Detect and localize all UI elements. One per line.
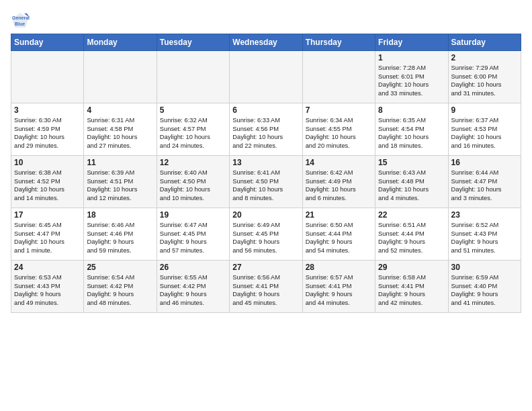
calendar-body: 1Sunrise: 7:28 AM Sunset: 6:01 PM Daylig… [11, 51, 521, 313]
header: General Blue [11, 8, 521, 30]
calendar-cell: 9Sunrise: 6:37 AM Sunset: 4:53 PM Daylig… [448, 103, 521, 156]
cell-text: Sunrise: 6:32 AM Sunset: 4:57 PM Dayligh… [160, 116, 226, 150]
calendar-cell: 8Sunrise: 6:35 AM Sunset: 4:54 PM Daylig… [375, 103, 448, 156]
calendar-cell: 24Sunrise: 6:53 AM Sunset: 4:43 PM Dayli… [11, 261, 84, 313]
day-number: 7 [306, 105, 372, 115]
day-number: 28 [306, 263, 372, 272]
cell-text: Sunrise: 6:58 AM Sunset: 4:41 PM Dayligh… [378, 273, 445, 307]
calendar-week-2: 10Sunrise: 6:38 AM Sunset: 4:52 PM Dayli… [11, 156, 521, 208]
calendar-week-4: 24Sunrise: 6:53 AM Sunset: 4:43 PM Dayli… [11, 261, 521, 313]
day-number: 4 [87, 105, 153, 115]
day-number: 19 [160, 210, 226, 220]
day-number: 3 [14, 105, 81, 115]
calendar-cell: 7Sunrise: 6:34 AM Sunset: 4:55 PM Daylig… [302, 103, 375, 156]
day-number: 26 [160, 263, 226, 272]
cell-text: Sunrise: 6:49 AM Sunset: 4:45 PM Dayligh… [232, 221, 299, 255]
calendar-cell: 1Sunrise: 7:28 AM Sunset: 6:01 PM Daylig… [375, 51, 448, 103]
cell-text: Sunrise: 6:30 AM Sunset: 4:59 PM Dayligh… [14, 116, 81, 150]
calendar-cell: 23Sunrise: 6:52 AM Sunset: 4:43 PM Dayli… [448, 208, 521, 261]
day-number: 22 [378, 210, 445, 220]
calendar-cell: 5Sunrise: 6:32 AM Sunset: 4:57 PM Daylig… [157, 103, 229, 156]
calendar-cell: 22Sunrise: 6:51 AM Sunset: 4:44 PM Dayli… [375, 208, 448, 261]
calendar-cell: 20Sunrise: 6:49 AM Sunset: 4:45 PM Dayli… [230, 208, 302, 261]
cell-text: Sunrise: 6:43 AM Sunset: 4:48 PM Dayligh… [378, 169, 445, 202]
calendar-header: SundayMondayTuesdayWednesdayThursdayFrid… [11, 34, 521, 51]
calendar-cell: 17Sunrise: 6:45 AM Sunset: 4:47 PM Dayli… [11, 208, 84, 261]
logo-icon: General Blue [11, 11, 30, 30]
cell-text: Sunrise: 6:59 AM Sunset: 4:40 PM Dayligh… [451, 273, 518, 307]
weekday-wednesday: Wednesday [230, 34, 302, 51]
calendar-cell: 25Sunrise: 6:54 AM Sunset: 4:42 PM Dayli… [84, 261, 157, 313]
day-number: 13 [232, 158, 299, 167]
day-number: 20 [232, 210, 299, 220]
day-number: 27 [232, 263, 299, 272]
day-number: 30 [451, 263, 518, 272]
calendar-week-1: 3Sunrise: 6:30 AM Sunset: 4:59 PM Daylig… [11, 103, 521, 156]
cell-text: Sunrise: 7:28 AM Sunset: 6:01 PM Dayligh… [378, 64, 445, 97]
cell-text: Sunrise: 6:51 AM Sunset: 4:44 PM Dayligh… [378, 221, 445, 255]
cell-text: Sunrise: 7:29 AM Sunset: 6:00 PM Dayligh… [451, 64, 518, 97]
cell-text: Sunrise: 6:46 AM Sunset: 4:46 PM Dayligh… [87, 221, 153, 255]
calendar-cell [11, 51, 84, 103]
day-number: 11 [87, 158, 153, 167]
day-number: 14 [306, 158, 372, 167]
calendar-week-3: 17Sunrise: 6:45 AM Sunset: 4:47 PM Dayli… [11, 208, 521, 261]
weekday-header-row: SundayMondayTuesdayWednesdayThursdayFrid… [11, 34, 521, 51]
cell-text: Sunrise: 6:44 AM Sunset: 4:47 PM Dayligh… [451, 169, 518, 202]
calendar-cell: 15Sunrise: 6:43 AM Sunset: 4:48 PM Dayli… [375, 156, 448, 208]
day-number: 12 [160, 158, 226, 167]
calendar-cell: 16Sunrise: 6:44 AM Sunset: 4:47 PM Dayli… [448, 156, 521, 208]
cell-text: Sunrise: 6:34 AM Sunset: 4:55 PM Dayligh… [306, 116, 372, 150]
cell-text: Sunrise: 6:50 AM Sunset: 4:44 PM Dayligh… [306, 221, 372, 255]
cell-text: Sunrise: 6:33 AM Sunset: 4:56 PM Dayligh… [232, 116, 299, 150]
calendar-cell: 29Sunrise: 6:58 AM Sunset: 4:41 PM Dayli… [375, 261, 448, 313]
day-number: 29 [378, 263, 445, 272]
cell-text: Sunrise: 6:55 AM Sunset: 4:42 PM Dayligh… [160, 273, 226, 307]
day-number: 9 [451, 105, 518, 115]
svg-text:General: General [12, 15, 30, 20]
calendar-cell [84, 51, 157, 103]
weekday-saturday: Saturday [448, 34, 521, 51]
cell-text: Sunrise: 6:31 AM Sunset: 4:58 PM Dayligh… [87, 116, 153, 150]
calendar-cell [302, 51, 375, 103]
cell-text: Sunrise: 6:40 AM Sunset: 4:50 PM Dayligh… [160, 169, 226, 202]
day-number: 17 [14, 210, 81, 220]
calendar-cell: 14Sunrise: 6:42 AM Sunset: 4:49 PM Dayli… [302, 156, 375, 208]
day-number: 2 [451, 53, 518, 62]
cell-text: Sunrise: 6:57 AM Sunset: 4:41 PM Dayligh… [306, 273, 372, 307]
weekday-monday: Monday [84, 34, 157, 51]
weekday-thursday: Thursday [302, 34, 375, 51]
calendar-cell: 18Sunrise: 6:46 AM Sunset: 4:46 PM Dayli… [84, 208, 157, 261]
calendar-cell: 13Sunrise: 6:41 AM Sunset: 4:50 PM Dayli… [230, 156, 302, 208]
day-number: 21 [306, 210, 372, 220]
cell-text: Sunrise: 6:54 AM Sunset: 4:42 PM Dayligh… [87, 273, 153, 307]
cell-text: Sunrise: 6:47 AM Sunset: 4:45 PM Dayligh… [160, 221, 226, 255]
calendar-cell [157, 51, 229, 103]
day-number: 23 [451, 210, 518, 220]
day-number: 16 [451, 158, 518, 167]
weekday-friday: Friday [375, 34, 448, 51]
cell-text: Sunrise: 6:41 AM Sunset: 4:50 PM Dayligh… [232, 169, 299, 202]
calendar-cell: 2Sunrise: 7:29 AM Sunset: 6:00 PM Daylig… [448, 51, 521, 103]
day-number: 10 [14, 158, 81, 167]
calendar-cell: 21Sunrise: 6:50 AM Sunset: 4:44 PM Dayli… [302, 208, 375, 261]
cell-text: Sunrise: 6:35 AM Sunset: 4:54 PM Dayligh… [378, 116, 445, 150]
day-number: 18 [87, 210, 153, 220]
calendar-cell: 12Sunrise: 6:40 AM Sunset: 4:50 PM Dayli… [157, 156, 229, 208]
weekday-tuesday: Tuesday [157, 34, 229, 51]
day-number: 5 [160, 105, 226, 115]
day-number: 6 [232, 105, 299, 115]
calendar-cell [230, 51, 302, 103]
day-number: 15 [378, 158, 445, 167]
cell-text: Sunrise: 6:53 AM Sunset: 4:43 PM Dayligh… [14, 273, 81, 307]
cell-text: Sunrise: 6:38 AM Sunset: 4:52 PM Dayligh… [14, 169, 81, 202]
weekday-sunday: Sunday [11, 34, 84, 51]
calendar-table: SundayMondayTuesdayWednesdayThursdayFrid… [11, 34, 521, 313]
svg-text:Blue: Blue [15, 21, 25, 26]
calendar-cell: 30Sunrise: 6:59 AM Sunset: 4:40 PM Dayli… [448, 261, 521, 313]
cell-text: Sunrise: 6:37 AM Sunset: 4:53 PM Dayligh… [451, 116, 518, 150]
calendar-cell: 28Sunrise: 6:57 AM Sunset: 4:41 PM Dayli… [302, 261, 375, 313]
day-number: 8 [378, 105, 445, 115]
cell-text: Sunrise: 6:56 AM Sunset: 4:41 PM Dayligh… [232, 273, 299, 307]
calendar-cell: 26Sunrise: 6:55 AM Sunset: 4:42 PM Dayli… [157, 261, 229, 313]
